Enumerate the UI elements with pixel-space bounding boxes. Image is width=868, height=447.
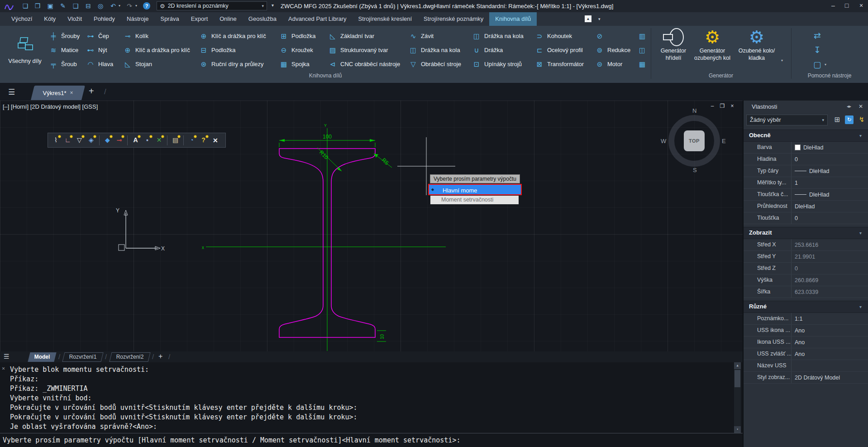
layout-menu-hamburger-icon[interactable]: ☰ — [4, 353, 10, 360]
frame-tool-icon[interactable]: ▢ — [812, 59, 823, 70]
ribbon-item-ocelovy-profil[interactable]: ⊏Ocelový profil — [535, 43, 584, 57]
print-icon[interactable]: ⊟ — [83, 1, 93, 10]
ribbon-item-podlozka[interactable]: ⊟Podložka — [199, 43, 266, 57]
ribbon-item-obrabeci-stroje[interactable]: ▽Obráběcí stroje — [409, 57, 461, 71]
property-row[interactable]: Šířka 623.0339 — [744, 286, 868, 298]
property-row[interactable]: Výška 260.8669 — [744, 274, 868, 286]
command-scrollbar[interactable]: ▲ ▾ — [734, 362, 741, 433]
ribbon-item-cnc-nastroje[interactable]: ⊲CNC obráběcí nástroje — [328, 57, 400, 71]
scrollbar-thumb[interactable] — [734, 370, 740, 387]
copy-icon[interactable]: ❑ — [71, 1, 81, 10]
ribbon-pin-icon[interactable]: ▲ — [585, 15, 591, 22]
ribbon-options-caret-icon[interactable]: ▾ — [598, 17, 601, 21]
property-value[interactable]: DleHlad — [803, 144, 823, 151]
gear-pulley-caret-icon[interactable]: ▾ — [781, 58, 783, 62]
property-row[interactable]: USS zvlášť ... Ano — [744, 348, 868, 360]
shaft-generator-button[interactable]: Generátor hřídelí — [654, 27, 692, 62]
ribbon-item-extra-2[interactable]: ◫ — [638, 43, 647, 57]
ribbon-item-transformator[interactable]: ⊠Transformátor — [535, 57, 584, 71]
tab-vychozi[interactable]: Výchozí — [5, 12, 38, 26]
new-layout-button[interactable]: + — [158, 352, 162, 360]
property-row[interactable]: Styl zobraz... 2D Drátový Model — [744, 372, 868, 384]
ribbon-item-drazka[interactable]: ∪Drážka — [472, 43, 524, 57]
property-row[interactable]: Střed X 253.6616 — [744, 239, 868, 251]
ribbon-item-spojka[interactable]: ▦Spojka — [279, 57, 315, 71]
tab-vlozit[interactable]: Vložit — [62, 12, 88, 26]
property-row[interactable]: Hladina 0 — [744, 154, 868, 165]
tab-rozvrzeni2[interactable]: Rozvržení2 — [109, 352, 150, 362]
tab-strojirenske-poznamky[interactable]: Strojírenské poznámky — [418, 12, 489, 26]
property-row[interactable]: Tloušťka č... DleHlad — [744, 189, 868, 201]
tab-koty[interactable]: Kóty — [38, 12, 62, 26]
command-prompt-row[interactable]: Vyberte prosím parametry výpočtu [Hlavní… — [0, 433, 743, 447]
ribbon-item-extra-1[interactable]: ▥ — [638, 29, 647, 43]
ribbon-item-drazka-kola[interactable]: ◫Drážka na kola — [409, 43, 461, 57]
tab-pohledy[interactable]: Pohledy — [88, 12, 121, 26]
scroll-up-icon[interactable]: ▲ — [734, 362, 741, 369]
popup-option-primary[interactable]: ◆ Hlavní moment setrvačnosti — [428, 184, 522, 195]
close-button[interactable]: × — [855, 1, 867, 10]
property-value[interactable]: Ano — [795, 327, 805, 334]
save-icon[interactable]: ▣ — [45, 1, 55, 10]
select-objects-icon[interactable]: ↻ — [845, 115, 854, 124]
open-folder-icon[interactable]: ❐ — [33, 1, 43, 10]
property-row[interactable]: Tloušťka 0 — [744, 212, 868, 224]
redo-icon[interactable]: ↷ — [124, 1, 134, 10]
panel-close-icon[interactable]: ✕ — [858, 103, 863, 110]
ribbon-item-podlozka2[interactable]: ⊞Podložka — [279, 29, 315, 43]
drawing-viewport[interactable]: [–] [Horní] [2D Drátový model] [GSS] – ❐… — [0, 101, 743, 351]
import-calc-icon[interactable]: ↧ — [812, 45, 823, 55]
ribbon-item-klic-drazka2[interactable]: ⊕Klíč a drážka pro klíč — [199, 29, 266, 43]
all-parts-button[interactable]: Všechny díly — [4, 27, 46, 72]
ribbon-item-klic-drazka[interactable]: ⊕Klíč a drážka pro klíč — [123, 43, 190, 57]
ribbon-item-srouby[interactable]: ╪Šrouby — [49, 29, 80, 43]
property-value[interactable]: 0 — [795, 215, 798, 221]
redo-caret-icon[interactable]: ▾ — [135, 4, 137, 8]
new-file-icon[interactable]: ❏ — [20, 1, 30, 10]
property-row[interactable]: Ikona USS ... Ano — [744, 336, 868, 348]
ribbon-item-motor[interactable]: ⊜Motor — [595, 57, 630, 71]
doc-tab-vykres1[interactable]: Výkres1* × — [31, 86, 85, 100]
doc-menu-hamburger-icon[interactable]: ☰ — [8, 87, 15, 97]
doc-tab-close-icon[interactable]: × — [70, 90, 73, 96]
workspace-selector[interactable]: ⚙ 2D kreslení a poznámky ▾ — [157, 1, 267, 10]
ribbon-item-stojan[interactable]: ◺Stojan — [123, 57, 190, 71]
tab-export[interactable]: Export — [185, 12, 214, 26]
property-value[interactable]: Ano — [795, 351, 805, 357]
property-row[interactable]: Průhlednost DleHlad — [744, 201, 868, 212]
tab-advanced-part-library[interactable]: Advanced Part Library — [282, 12, 353, 26]
section-header[interactable]: Obecně ▾ — [744, 130, 868, 142]
frame-tool-caret-icon[interactable]: ▾ — [825, 62, 826, 67]
maximize-button[interactable]: □ — [841, 1, 853, 10]
tab-model[interactable]: Model — [28, 352, 56, 362]
section-header[interactable]: Různé ▾ — [744, 301, 868, 313]
tab-online[interactable]: Online — [214, 12, 243, 26]
quick-select-icon[interactable]: ⊞ — [832, 115, 842, 124]
popup-option-secondary[interactable]: Moment setrvačnosti — [430, 196, 519, 204]
property-row[interactable]: Název USS — [744, 360, 868, 372]
ribbon-item-misc-top[interactable]: ⊘ — [595, 29, 630, 43]
ribbon-item-rucni-diry[interactable]: ⊛Ruční díry a průlezy — [199, 57, 266, 71]
toolbar-collapse-icon[interactable]: ▾ — [272, 3, 274, 8]
property-value[interactable]: DleHlad — [809, 192, 829, 198]
property-value[interactable]: 1 — [795, 180, 798, 186]
toggle-pickadd-icon[interactable]: ↯ — [857, 115, 867, 124]
ribbon-item-kohoutek[interactable]: ⊃Kohoutek — [535, 29, 584, 43]
property-value[interactable]: 0 — [795, 156, 798, 163]
ribbon-item-zavit[interactable]: ∿Závit — [409, 29, 461, 43]
help-icon[interactable]: ? — [143, 2, 150, 10]
property-value[interactable]: Ano — [795, 339, 805, 346]
section-header[interactable]: Zobrazit ▾ — [744, 227, 868, 239]
command-prompt-text[interactable]: Vyberte prosím parametry výpočtu [Hlavní… — [3, 436, 460, 444]
property-value[interactable]: 2D Drátový Model — [795, 375, 840, 381]
undo-icon[interactable]: ↶ — [108, 1, 118, 10]
minimize-button[interactable]: – — [827, 1, 839, 10]
property-value[interactable]: 1:1 — [795, 316, 802, 322]
selection-dropdown[interactable]: Žádný výběr ▾ — [746, 115, 828, 125]
property-value[interactable]: DleHlad — [795, 203, 815, 210]
ribbon-item-krouzek[interactable]: ⊖Kroužek — [279, 43, 315, 57]
gear-generator-button[interactable]: ⚙ Generátor ozubených kol — [692, 27, 733, 62]
command-history[interactable]: ✕ Vyberte blok momentu setrvačnosti: Pří… — [0, 362, 743, 433]
ribbon-item-strukturovany-tvar[interactable]: ▨Strukturovaný tvar — [328, 43, 400, 57]
ribbon-item-hlava[interactable]: ◠Hlava — [86, 57, 113, 71]
